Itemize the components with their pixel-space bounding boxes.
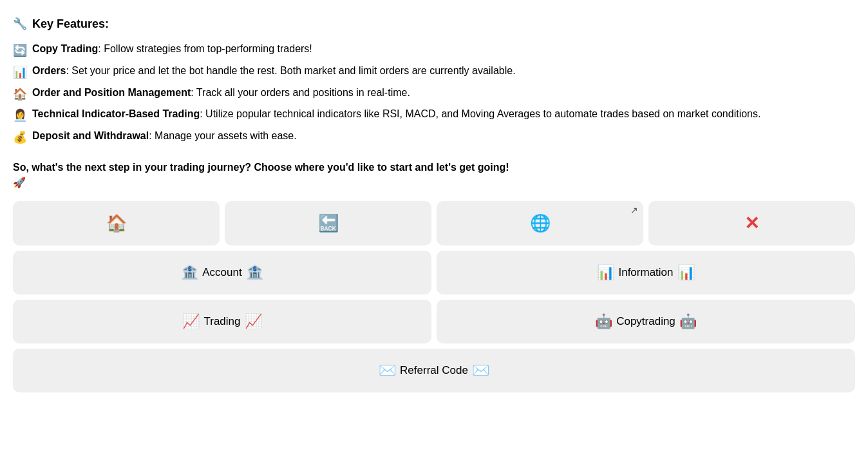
globe-icon: 🌐 (530, 213, 551, 233)
feature-order-management: 🏠 Order and Position Management: Track a… (13, 84, 855, 104)
trading-button[interactable]: 📈 Trading 📈 (13, 300, 431, 343)
close-icon: ✕ (744, 213, 759, 234)
order-management-icon: 🏠 (13, 85, 27, 104)
external-link-icon: ↗ (630, 205, 638, 215)
trading-icon-left: 📈 (182, 313, 200, 330)
feature-orders: 📊 Orders: Set your price and let the bot… (13, 63, 855, 82)
feature-deposit-withdrawal: 💰 Deposit and Withdrawal: Manage your as… (13, 128, 855, 147)
feature-order-management-bold: Order and Position Management (32, 87, 191, 98)
account-label: Account (202, 266, 241, 279)
account-button[interactable]: 🏦 Account 🏦 (13, 251, 431, 295)
account-icon-left: 🏦 (181, 264, 198, 281)
feature-copy-trading: 🔄 Copy Trading: Follow strategies from t… (13, 41, 855, 60)
trading-label: Trading (203, 315, 240, 328)
key-features-heading: Key Features: (32, 15, 109, 33)
feature-orders-bold: Orders (32, 65, 66, 76)
close-button[interactable]: ✕ (648, 201, 855, 246)
web-button[interactable]: ↗ 🌐 (437, 201, 643, 246)
referral-label: Referral Code (400, 364, 468, 377)
information-button[interactable]: 📊 Information 📊 (437, 251, 855, 295)
referral-icon-left: ✉️ (379, 362, 396, 379)
home-icon: 🏠 (106, 213, 127, 233)
referral-button[interactable]: ✉️ Referral Code ✉️ (13, 349, 855, 392)
cta-text: So, what's the next step in your trading… (13, 162, 509, 173)
trading-icon-right: 📈 (245, 313, 262, 330)
account-icon-right: 🏦 (246, 264, 263, 281)
feature-technical-trading-bold: Technical Indicator-Based Trading (32, 108, 200, 119)
feature-deposit-bold: Deposit and Withdrawal (32, 130, 149, 141)
back-button[interactable]: 🔙 (225, 201, 431, 246)
action-buttons-grid: 🏦 Account 🏦 📊 Information 📊 📈 Trading 📈 … (13, 251, 855, 392)
feature-copy-trading-bold: Copy Trading (32, 43, 98, 54)
deposit-icon: 💰 (13, 128, 27, 147)
information-label: Information (618, 266, 673, 279)
back-icon: 🔙 (318, 213, 339, 233)
orders-icon: 📊 (13, 63, 27, 82)
content-area: 🔧 Key Features: 🔄 Copy Trading: Follow s… (13, 15, 855, 392)
copytrading-button[interactable]: 🤖 Copytrading 🤖 (437, 300, 855, 343)
nav-row: 🏠 🔙 ↗ 🌐 ✕ (13, 201, 855, 246)
information-icon-right: 📊 (677, 264, 695, 281)
information-icon-left: 📊 (597, 264, 614, 281)
key-features-title: 🔧 Key Features: (13, 15, 855, 33)
feature-list: 🔄 Copy Trading: Follow strategies from t… (13, 41, 855, 147)
copytrading-label: Copytrading (616, 315, 675, 328)
feature-technical-trading: 👩‍💼 Technical Indicator-Based Trading: U… (13, 106, 855, 125)
copytrading-icon-right: 🤖 (679, 313, 697, 330)
cta-section: So, what's the next step in your trading… (13, 160, 855, 191)
copytrading-icon-left: 🤖 (595, 313, 612, 330)
wrench-icon: 🔧 (13, 15, 27, 33)
cta-rocket-icon: 🚀 (13, 177, 26, 188)
technical-trading-icon: 👩‍💼 (13, 106, 27, 125)
copy-trading-icon: 🔄 (13, 41, 27, 60)
home-button[interactable]: 🏠 (13, 201, 220, 246)
referral-icon-right: ✉️ (472, 362, 489, 379)
